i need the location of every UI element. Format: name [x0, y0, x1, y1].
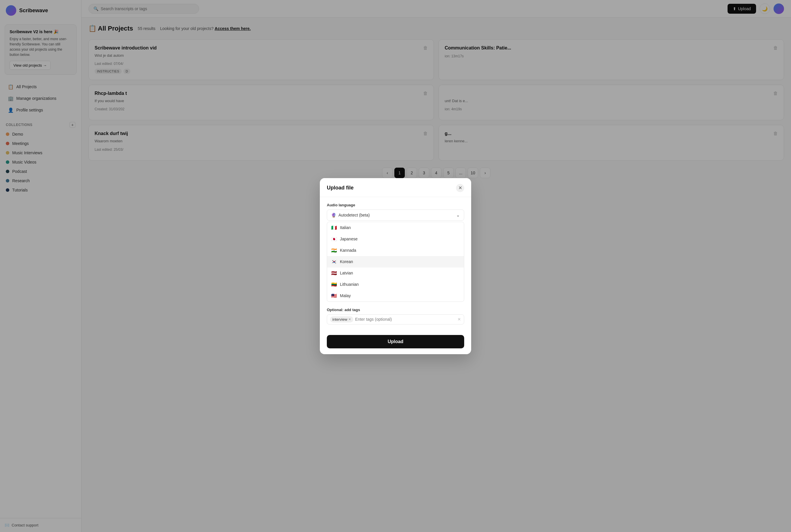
lang-option-malay[interactable]: 🇲🇾 Malay — [327, 290, 464, 302]
tags-input[interactable] — [355, 317, 456, 322]
lang-flag: 🇰🇷 — [331, 259, 337, 265]
upload-modal: Upload file ✕ Audio language 🔮 Autodetec… — [320, 178, 471, 354]
modal-title: Upload file — [327, 185, 353, 191]
lang-label: Kannada — [340, 248, 356, 253]
lang-flag: 🇯🇵 — [331, 236, 337, 242]
chevron-down-icon: ⌄ — [456, 213, 460, 217]
modal-overlay[interactable]: Upload file ✕ Audio language 🔮 Autodetec… — [0, 0, 791, 532]
tags-label: Optional: add tags — [327, 308, 464, 312]
lang-option-korean[interactable]: 🇰🇷 Korean — [327, 256, 464, 267]
modal-header: Upload file ✕ — [320, 178, 471, 197]
language-select-box[interactable]: 🔮 Autodetect (beta) ⌄ — [327, 210, 464, 221]
lang-flag: 🇲🇾 — [331, 293, 337, 299]
tags-input-box: interview ✕ ✕ — [327, 314, 464, 324]
lang-label: Italian — [340, 225, 351, 230]
modal-footer: Upload — [320, 330, 471, 354]
lang-option-kannada[interactable]: 🇮🇳 Kannada — [327, 245, 464, 256]
tag-chip-interview: interview ✕ — [330, 316, 353, 322]
lang-option-lithuanian[interactable]: 🇱🇹 Lithuanian — [327, 279, 464, 290]
selected-language-display: 🔮 Autodetect (beta) — [331, 213, 370, 217]
modal-body: Audio language 🔮 Autodetect (beta) ⌄ 🇮🇹 … — [320, 197, 471, 330]
lang-flag: 🇱🇻 — [331, 270, 337, 276]
autodetect-icon: 🔮 — [331, 213, 336, 217]
audio-language-label: Audio language — [327, 203, 464, 207]
lang-label: Malay — [340, 293, 351, 298]
lang-option-latvian[interactable]: 🇱🇻 Latvian — [327, 267, 464, 279]
lang-option-japanese[interactable]: 🇯🇵 Japanese — [327, 233, 464, 245]
tag-chip-close[interactable]: ✕ — [348, 318, 351, 321]
lang-label: Korean — [340, 259, 353, 264]
lang-label: Japanese — [340, 236, 358, 241]
lang-label: Lithuanian — [340, 282, 359, 287]
modal-close-button[interactable]: ✕ — [456, 184, 464, 192]
lang-flag: 🇮🇹 — [331, 225, 337, 230]
lang-label: Latvian — [340, 271, 353, 275]
tag-chip-label: interview — [332, 317, 347, 322]
upload-modal-button[interactable]: Upload — [327, 335, 464, 348]
lang-option-italian[interactable]: 🇮🇹 Italian — [327, 222, 464, 233]
lang-flag: 🇮🇳 — [331, 248, 337, 253]
tags-section: Optional: add tags interview ✕ ✕ — [327, 308, 464, 324]
tags-clear-button[interactable]: ✕ — [458, 317, 461, 322]
lang-flag: 🇱🇹 — [331, 282, 337, 287]
language-dropdown: 🇮🇹 Italian 🇯🇵 Japanese 🇮🇳 Kannada 🇰🇷 Kor… — [327, 222, 464, 302]
